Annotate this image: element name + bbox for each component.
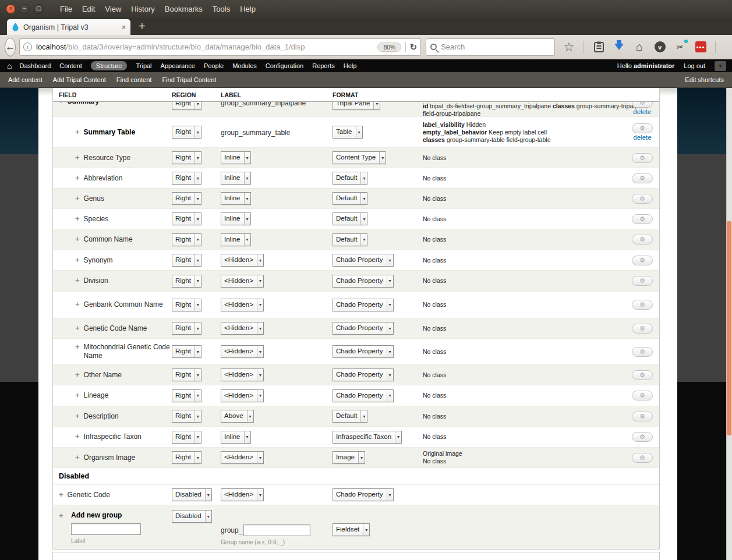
admin-home-icon[interactable]: ⌂ (7, 61, 12, 70)
settings-gear-button[interactable]: ⚙ (632, 256, 653, 265)
label-select[interactable]: <Hidden>▾ (221, 275, 264, 288)
menu-edit[interactable]: Edit (82, 5, 95, 13)
settings-gear-button[interactable]: ⚙ (632, 102, 653, 108)
drag-handle-icon[interactable]: + (75, 154, 80, 162)
settings-gear-button[interactable]: ⚙ (632, 173, 653, 183)
settings-gear-button[interactable]: ⚙ (632, 412, 653, 421)
region-select[interactable]: Right▾ (172, 126, 201, 139)
format-select[interactable]: Chado Property▾ (333, 254, 394, 267)
label-select[interactable]: <Hidden>▾ (221, 299, 264, 311)
url-text[interactable]: localhost/bio_data/3#overlay=admin/struc… (36, 42, 373, 51)
format-select[interactable]: Chado Property▾ (333, 299, 394, 311)
label-select[interactable]: <Hidden>▾ (221, 322, 264, 335)
settings-gear-button[interactable]: ⚙ (632, 324, 653, 334)
admin-item-configuration[interactable]: Configuration (266, 62, 303, 69)
logout-link[interactable]: Log out (684, 62, 705, 69)
label-select[interactable]: <Hidden>▾ (221, 254, 264, 267)
drag-handle-icon[interactable]: + (59, 102, 63, 105)
format-select[interactable]: Default▾ (333, 212, 367, 225)
settings-gear-button[interactable]: ⚙ (632, 123, 653, 133)
shortcut-add-content[interactable]: Add content (8, 76, 43, 83)
drag-handle-icon[interactable]: + (75, 324, 80, 332)
region-select[interactable]: Right▾ (172, 192, 201, 205)
site-info-icon[interactable]: i (23, 42, 32, 51)
home-icon[interactable]: ⌂ (634, 41, 645, 53)
region-select[interactable]: Right▾ (172, 151, 201, 164)
drag-handle-icon[interactable]: + (75, 215, 80, 223)
admin-item-people[interactable]: People (204, 62, 224, 69)
screenshot-extension-icon[interactable]: ✂ (674, 41, 686, 53)
label-select[interactable]: Inline▾ (221, 431, 251, 444)
bookmark-star-icon[interactable]: ☆ (563, 41, 575, 53)
settings-gear-button[interactable]: ⚙ (632, 194, 653, 204)
format-select[interactable]: Chado Property▾ (333, 368, 394, 381)
region-select[interactable]: Right▾ (172, 368, 201, 381)
drag-handle-icon[interactable]: + (59, 491, 63, 499)
label-select[interactable]: <Hidden>▾ (221, 488, 264, 501)
zoom-level-badge[interactable]: 80% (377, 42, 401, 52)
drag-handle-icon[interactable]: + (75, 128, 80, 136)
tab-close-icon[interactable]: × (122, 23, 126, 31)
delete-link[interactable]: delete (633, 108, 651, 115)
format-select[interactable]: Chado Property▾ (333, 345, 394, 358)
pocket-icon[interactable]: v (654, 41, 666, 53)
label-select[interactable]: Inline▾ (221, 212, 251, 225)
region-select[interactable]: Right▾ (172, 102, 201, 110)
settings-gear-button[interactable]: ⚙ (632, 300, 653, 310)
drag-handle-icon[interactable]: + (75, 453, 80, 462)
bookmarks-panel-icon[interactable] (593, 41, 604, 53)
format-select[interactable]: Default▾ (333, 172, 367, 185)
region-select[interactable]: Right▾ (172, 345, 201, 358)
drag-handle-icon[interactable]: + (75, 433, 80, 441)
settings-gear-button[interactable]: ⚙ (632, 153, 653, 163)
admin-item-dashboard[interactable]: Dashboard (19, 62, 51, 69)
format-select[interactable]: Content Type▾ (333, 151, 386, 164)
browser-tab-active[interactable]: Organism | Tripal v3 × (7, 19, 130, 35)
region-select[interactable]: Right▾ (172, 451, 201, 464)
drag-handle-icon[interactable]: + (75, 412, 80, 420)
settings-gear-button[interactable]: ⚙ (632, 347, 653, 357)
admin-item-tripal[interactable]: Tripal (136, 62, 151, 69)
label-select[interactable]: Inline▾ (221, 151, 251, 164)
new-group-label-input[interactable] (71, 523, 141, 535)
label-select[interactable]: <Hidden>▾ (221, 389, 264, 402)
settings-gear-button[interactable]: ⚙ (632, 391, 653, 400)
region-select[interactable]: Right▾ (172, 275, 201, 288)
drag-handle-icon[interactable]: + (75, 371, 80, 379)
settings-gear-button[interactable]: ⚙ (632, 453, 653, 463)
search-input[interactable] (441, 42, 540, 51)
drag-handle-icon[interactable]: + (75, 277, 80, 285)
region-select[interactable]: Disabled▾ (172, 488, 212, 501)
menu-help[interactable]: Help (240, 5, 256, 13)
format-select[interactable]: Chado Property▾ (333, 389, 394, 402)
region-select[interactable]: Right▾ (172, 389, 201, 402)
settings-gear-button[interactable]: ⚙ (632, 370, 653, 380)
search-box[interactable] (426, 38, 555, 56)
format-select[interactable]: Table▾ (333, 126, 363, 139)
format-select[interactable]: Default▾ (333, 410, 367, 423)
admin-item-help[interactable]: Help (344, 62, 357, 69)
admin-item-reports[interactable]: Reports (312, 62, 335, 69)
label-select[interactable]: Inline▾ (221, 233, 251, 246)
admin-item-content[interactable]: Content (59, 62, 82, 69)
drag-handle-icon[interactable]: + (75, 300, 80, 309)
menu-view[interactable]: View (105, 5, 121, 13)
format-select[interactable]: Tripal Pane▾ (333, 102, 380, 110)
window-close-button[interactable]: × (6, 4, 16, 14)
region-select[interactable]: Right▾ (172, 410, 201, 423)
region-select[interactable]: Right▾ (172, 254, 201, 267)
back-button[interactable]: ← (5, 38, 16, 56)
label-select[interactable]: Inline▾ (221, 192, 251, 205)
shortcut-add-tripal-content[interactable]: Add Tripal Content (53, 76, 106, 83)
drag-handle-icon[interactable]: + (75, 194, 80, 203)
region-select[interactable]: Right▾ (172, 431, 201, 444)
drag-handle-icon[interactable]: + (75, 174, 80, 182)
format-select[interactable]: Default▾ (333, 233, 367, 246)
region-select[interactable]: Right▾ (172, 299, 201, 311)
label-select[interactable]: <Hidden>▾ (221, 345, 264, 358)
shortcut-find-content[interactable]: Find content (116, 76, 152, 83)
admin-item-structure[interactable]: Structure (91, 61, 128, 70)
settings-gear-button[interactable]: ⚙ (632, 276, 653, 286)
menu-bookmarks[interactable]: Bookmarks (165, 5, 203, 13)
downloads-icon[interactable] (613, 41, 625, 53)
